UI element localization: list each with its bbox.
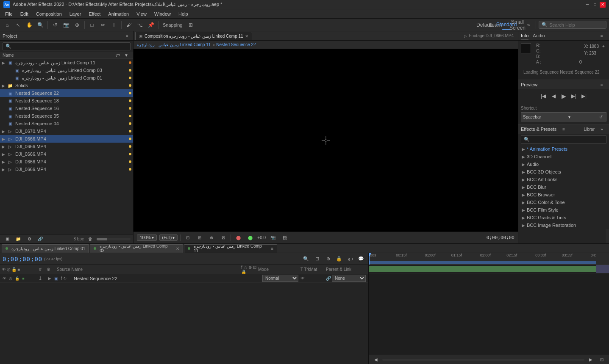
clone-tool[interactable]: ⌥ — [135, 20, 145, 30]
timeline-zoom-in[interactable]: ▶ — [586, 355, 595, 364]
timeline-tab-close[interactable]: ✕ — [176, 246, 179, 251]
effects-item-bccfilm[interactable]: ▶ BCC Film Style — [518, 206, 609, 214]
pen-tool[interactable]: ✏ — [98, 20, 108, 30]
puppet-tool[interactable]: 📌 — [146, 20, 156, 30]
hand-tool[interactable]: ✋ — [25, 20, 34, 30]
project-item-nested05[interactable]: ▣ Nested Sequence 05 — [0, 112, 133, 120]
color-correct-btn2[interactable]: ⬤ — [245, 233, 255, 243]
playhead-line[interactable] — [369, 253, 370, 265]
layer-lock-btn[interactable]: 🔒 — [334, 254, 344, 264]
text-tool[interactable]: T — [109, 20, 119, 30]
zoom-tool[interactable]: 🔍 — [36, 20, 45, 30]
quality-select[interactable]: (Full) ▾ — [159, 234, 178, 241]
project-item-dji0666c[interactable]: ▶ ▷ DJI_0666.MP4 — [0, 150, 133, 158]
preview-next-frame[interactable]: ▶| — [570, 92, 578, 100]
comp-tab-comp11[interactable]: ▣ Composition زمین عباس - رودبارچره Link… — [135, 32, 252, 40]
project-item-linked11[interactable]: ▶ ▣ زمین عباس - رودبارچره Linked Comp 11 — [0, 59, 133, 66]
menu-edit[interactable]: Edit — [17, 11, 32, 17]
motion-blur-icon[interactable]: ↻ — [63, 276, 67, 281]
minimize-button[interactable]: ─ — [584, 2, 590, 8]
preview-menu[interactable]: ≡ — [597, 80, 606, 89]
project-item-dji0670[interactable]: ▶ ▷ DJI_0670.MP4 — [0, 127, 133, 135]
layer-hide-btn[interactable]: ⊡ — [312, 254, 322, 264]
footage-flow-btn[interactable]: ⚙ — [25, 234, 34, 244]
new-folder-btn[interactable]: 📁 — [14, 234, 23, 244]
effects-item-bccimage[interactable]: ▶ BCC Image Restoration — [518, 221, 609, 229]
timecode-display[interactable]: 0;00;00;00 — [3, 256, 42, 262]
timeline-outpoint-btn[interactable]: ⊡ — [597, 355, 606, 364]
menu-file[interactable]: File — [2, 11, 16, 17]
layer-expand[interactable]: ▶ — [47, 276, 53, 281]
parent-dropdown[interactable]: None — [332, 275, 366, 282]
effects-item-bcc3d[interactable]: ▶ BCC 3D Objects — [518, 168, 609, 176]
orbit-tool[interactable]: ⊕ — [72, 20, 82, 30]
effects-item-animation[interactable]: ▶ * Animation Presets — [518, 145, 609, 153]
preview-prev-frame[interactable]: ◀ — [549, 92, 558, 100]
effects-item-3dchannel[interactable]: ▶ 3D Channel — [518, 153, 609, 160]
comp-viewer[interactable] — [133, 49, 518, 232]
track-bar-1[interactable] — [369, 266, 596, 272]
timeline-ruler[interactable]: 00s 00:15f 01:00f 01:15f 02:00f 02:15f 0… — [369, 253, 609, 265]
project-item-linked01[interactable]: ▣ زمین عباس - رودبارچره Linked Comp 01 — [0, 74, 133, 82]
add-xy-btn[interactable]: + — [601, 43, 606, 49]
project-item-dji0666b[interactable]: ▶ ▷ DJI_0666.MP4 — [0, 143, 133, 150]
home-button[interactable]: ⌂ — [3, 20, 12, 30]
timeline-tab-comp11[interactable]: زمین عباس - رودبارچره Linked Comp 11 ≡ — [184, 244, 277, 253]
menu-effect[interactable]: Effect — [85, 11, 104, 17]
delete-btn[interactable]: 🗑 — [86, 234, 95, 244]
timeline-zoom-out[interactable]: ◀ — [371, 355, 381, 364]
layer-search-btn[interactable]: 🔍 — [301, 254, 311, 264]
effects-item-bccgrads[interactable]: ▶ BCC Grads & Tints — [518, 214, 609, 221]
effects-item-bccblur[interactable]: ▶ BCC Blur — [518, 183, 609, 191]
layer-label-btn[interactable]: 🏷 — [345, 254, 355, 264]
timeline-tab-comp01[interactable]: زمین عباس - رودبارچره Linked Comp 01 — [2, 244, 89, 253]
search-input[interactable] — [549, 22, 604, 28]
close-button[interactable]: ✕ — [600, 2, 606, 8]
effects-item-audio[interactable]: ▶ Audio — [518, 160, 609, 168]
workspace-default[interactable]: Default — [480, 20, 489, 30]
effects-search-input[interactable] — [531, 137, 603, 142]
label-toggle[interactable]: ■ — [21, 276, 26, 281]
project-item-dji0666e[interactable]: ▶ ▷ DJI_0666.MP4 — [0, 165, 133, 173]
project-item-nested04[interactable]: ▣ Nested Sequence 04 — [0, 120, 133, 127]
lock-toggle[interactable]: 🔒 — [14, 276, 19, 281]
fx-icon[interactable]: f — [61, 276, 62, 281]
library-tab[interactable]: Librar — [584, 127, 595, 132]
channels-btn[interactable]: ⊕ — [207, 233, 216, 243]
breadcrumb-nested[interactable]: Nested Sequence 22 — [216, 42, 256, 47]
mode-dropdown[interactable]: Normal — [262, 275, 298, 282]
maximize-button[interactable]: □ — [592, 2, 598, 8]
col-sort-icon[interactable]: ▼ — [122, 53, 131, 58]
shortcut-select[interactable]: Spacebar ▾ ↺ — [521, 112, 606, 121]
shortcut-reset[interactable]: ↺ — [598, 113, 604, 120]
solo-toggle[interactable]: ◎ — [8, 276, 13, 281]
effects-item-bccbrowser[interactable]: ▶ BCC Browser — [518, 191, 609, 199]
project-item-linked03[interactable]: ▣ زمین عباس - رودبارچره Linked Comp 03 — [0, 66, 133, 74]
preview-last[interactable]: ▶| — [580, 92, 588, 100]
eye-toggle[interactable]: 👁 — [2, 276, 7, 281]
dependency-btn[interactable]: 🔗 — [36, 234, 45, 244]
preview-first[interactable]: |◀ — [539, 92, 548, 100]
menu-help[interactable]: Help — [175, 11, 192, 17]
menu-animation[interactable]: Animation — [105, 11, 132, 17]
project-search-input[interactable] — [13, 44, 128, 49]
menu-window[interactable]: Window — [151, 11, 174, 17]
snapping-toggle[interactable]: ⊞ — [186, 20, 195, 30]
effects-scrollbar[interactable] — [606, 229, 609, 243]
project-item-dji0666d[interactable]: ▶ ▷ DJI_0666.MP4 — [0, 158, 133, 165]
show-snapshot-btn[interactable]: 🖼 — [280, 233, 289, 243]
tab-info[interactable]: Info — [521, 32, 528, 39]
snapshot-btn[interactable]: 📷 — [268, 233, 278, 243]
menu-view[interactable]: View — [133, 11, 150, 17]
timeline-scroll[interactable] — [382, 359, 584, 361]
select-tool[interactable]: ↖ — [14, 20, 23, 30]
zoom-select[interactable]: 100% ▾ — [137, 234, 157, 241]
project-item-solids[interactable]: ▶ 📁 Solids — [0, 82, 133, 89]
region-btn[interactable]: ⊡ — [183, 233, 192, 243]
checkerboard-btn[interactable]: ⊞ — [195, 233, 204, 243]
timeline-tab-menu[interactable]: ≡ — [271, 246, 273, 251]
project-item-nested18[interactable]: ▣ Nested Sequence 18 — [0, 97, 133, 105]
rotate-tool[interactable]: ↺ — [50, 20, 60, 30]
workspace-more[interactable]: » — [524, 20, 533, 30]
info-menu[interactable]: ≡ — [597, 31, 606, 41]
